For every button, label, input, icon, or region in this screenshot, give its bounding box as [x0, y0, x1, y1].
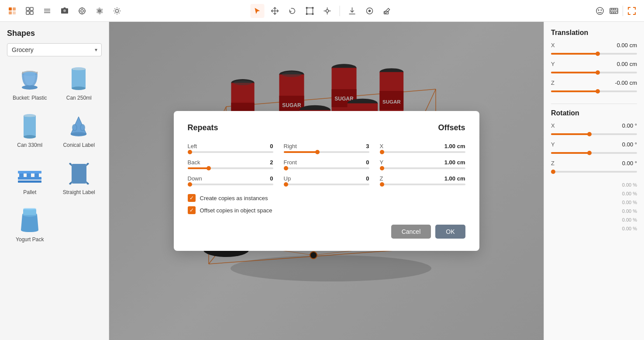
repeat-front-slider[interactable] [284, 167, 369, 169]
shape-item-conical[interactable]: Conical Label [56, 109, 102, 153]
repeat-back-value: 2 [270, 159, 273, 166]
shape-item-can250[interactable]: Can 250ml [56, 62, 102, 105]
rz-slider-container [551, 169, 637, 173]
target-icon[interactable] [75, 4, 89, 18]
repeat-right-label: Right [284, 143, 297, 149]
category-dropdown[interactable]: Grocery Beverages Electronics Cosmetics [7, 43, 102, 56]
yogurt-pack-icon [17, 208, 43, 234]
pct-4: 0.00 % [551, 208, 637, 214]
shape-item-pallet[interactable]: Pallet [7, 156, 53, 200]
select-tool-icon[interactable] [250, 4, 264, 18]
tz-label: Z [551, 80, 554, 86]
repeat-front-value: 0 [366, 159, 369, 166]
shape-label-can330: Can 330ml [17, 142, 42, 148]
pct-1: 0.00 % [551, 182, 637, 187]
ry-slider[interactable] [551, 152, 637, 154]
ty-label: Y [551, 61, 555, 67]
offset-z-field: Z 1.00 cm [380, 175, 465, 185]
menu-icon[interactable] [40, 4, 54, 18]
translation-z-row: Z -0.00 cm [551, 80, 637, 86]
repeat-right-slider[interactable] [284, 151, 369, 153]
offset-y-slider[interactable] [380, 167, 465, 169]
expand-icon[interactable] [625, 4, 639, 18]
place-icon[interactable] [345, 4, 359, 18]
undo-icon[interactable] [285, 4, 299, 18]
svg-point-11 [63, 9, 66, 12]
svg-rect-69 [24, 115, 35, 117]
repeat-back-slider[interactable] [188, 167, 273, 169]
scatter-icon[interactable] [320, 4, 334, 18]
repeat-down-slider[interactable] [188, 184, 273, 185]
svg-point-33 [312, 13, 313, 14]
checkbox-create-copies[interactable]: ✓ Create copies as instances [188, 194, 465, 202]
offset-z-label: Z [380, 175, 383, 182]
shape-item-yogurt[interactable]: Yogurt Pack [7, 203, 53, 247]
offset-x-value: 1.00 cm [444, 143, 465, 149]
checkbox-offset-copies[interactable]: ✓ Offset copies in object space [188, 206, 465, 214]
shape-label-can250: Can 250ml [66, 95, 92, 101]
canvas-area[interactable]: SUGAR shot SUGAR shot [109, 22, 544, 340]
shape-item-bucket[interactable]: Bucket: Plastic [7, 62, 53, 105]
ry-value: 0.00 ° [622, 141, 637, 148]
svg-rect-4 [26, 7, 29, 10]
shape-label-straight: Straight Label [63, 189, 95, 195]
cancel-button[interactable]: Cancel [391, 225, 431, 239]
svg-point-31 [312, 7, 313, 8]
film-icon[interactable] [607, 4, 621, 18]
straight-label-icon [66, 160, 92, 187]
svg-line-26 [115, 13, 116, 14]
offset-z-value: 1.00 cm [444, 175, 465, 182]
transform-icon[interactable] [303, 4, 317, 18]
main-area: Shapes Grocery Beverages Electronics Cos… [0, 22, 644, 340]
ty-slider-container [551, 70, 637, 73]
svg-rect-6 [26, 11, 29, 14]
repeat-left-slider[interactable] [188, 151, 273, 153]
move-tool-icon[interactable] [268, 4, 282, 18]
shape-label-pallet: Pallet [23, 189, 36, 195]
svg-rect-29 [307, 8, 313, 14]
pct-3: 0.00 % [551, 200, 637, 205]
repeat-up-value: 0 [366, 175, 369, 182]
ok-button[interactable]: OK [435, 225, 465, 239]
sun-icon[interactable] [110, 4, 124, 18]
face-icon[interactable] [593, 4, 607, 18]
translation-x-row: X 0.00 cm [551, 42, 637, 49]
repeat-up-field: Up 0 [284, 175, 369, 185]
app-logo-icon[interactable] [5, 4, 19, 18]
modal-overlay: Repeats Offsets Left 0 [109, 22, 544, 340]
translation-y-row: Y 0.00 cm [551, 61, 637, 67]
offset-z-slider[interactable] [380, 184, 465, 185]
edit-icon[interactable] [380, 4, 394, 18]
rx-slider[interactable] [551, 133, 637, 135]
tx-slider[interactable] [551, 53, 637, 55]
ty-value: 0.00 cm [617, 61, 637, 67]
camera-icon[interactable] [58, 4, 72, 18]
settings-icon[interactable] [93, 4, 107, 18]
tx-value: 0.00 cm [617, 42, 637, 49]
conical-label-icon [66, 113, 92, 139]
shape-item-straight-label[interactable]: Straight Label [56, 156, 102, 200]
svg-point-12 [79, 8, 85, 14]
repeat-up-header: Up 0 [284, 175, 369, 182]
grid-icon[interactable] [23, 4, 37, 18]
repeats-title: Repeats [188, 123, 218, 132]
repeat-back-header: Back 2 [188, 159, 273, 166]
offset-x-slider[interactable] [380, 151, 465, 153]
shapes-sidebar: Shapes Grocery Beverages Electronics Cos… [0, 22, 109, 340]
tz-slider[interactable] [551, 90, 637, 92]
offset-copies-checkbox[interactable]: ✓ [188, 206, 196, 214]
can-330ml-icon [17, 113, 43, 139]
ry-slider-container [551, 150, 637, 154]
repeat-up-slider[interactable] [284, 184, 369, 185]
shape-item-can330[interactable]: Can 330ml [7, 109, 53, 153]
create-copies-checkbox[interactable]: ✓ [188, 194, 196, 202]
repeat-down-value: 0 [270, 175, 273, 182]
svg-rect-58 [22, 72, 23, 74]
rz-slider[interactable] [551, 171, 637, 173]
can-250ml-icon [66, 66, 92, 92]
circle-tool-icon[interactable] [362, 4, 376, 18]
offset-y-label: Y [380, 159, 384, 166]
svg-line-24 [119, 13, 120, 14]
ty-slider[interactable] [551, 72, 637, 73]
pct-2: 0.00 % [551, 191, 637, 196]
